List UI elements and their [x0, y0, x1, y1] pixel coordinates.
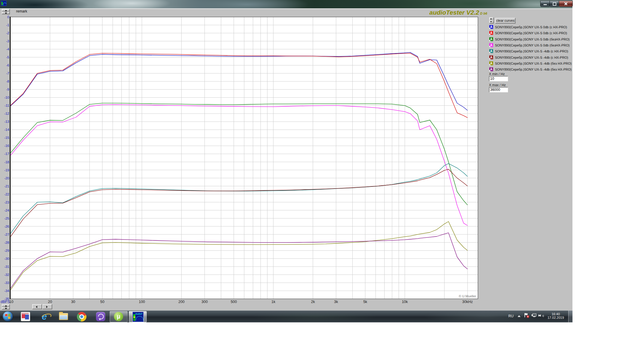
x-tick-label: 300 [202, 300, 208, 304]
x-scroll-spinner[interactable] [2, 304, 10, 309]
y-tick-label: -30 [4, 257, 9, 260]
x-tick-label: 100 [139, 300, 145, 304]
y-tick-label: -23 [4, 201, 9, 204]
copyright-note: © U.Mueller [459, 294, 476, 298]
y-tick-label: -15 [4, 136, 9, 139]
curve-color-icon: A [489, 55, 493, 59]
y-tick-label: -24 [4, 209, 9, 212]
scroll-left-button[interactable] [32, 304, 42, 309]
x-axis-ticks: dBFS102030501002003005001k2k3k5k10k30kHz [1, 300, 473, 304]
scroll-right-button[interactable] [42, 304, 52, 309]
y-tick-label: -11 [4, 104, 9, 107]
x-min-input[interactable]: 10 [489, 76, 508, 81]
y-tick-label: -18 [4, 160, 9, 164]
y-tick-label: -25 [4, 217, 9, 220]
y-tick-label: -6 [6, 63, 9, 67]
y-tick-label: -4 [6, 47, 10, 51]
viber-icon[interactable] [96, 312, 106, 321]
x-tick-label: 2k [311, 300, 315, 304]
tray-time: 16:40 [546, 312, 565, 316]
internet-explorer-icon[interactable]: e [41, 312, 51, 321]
x-tick-label: 30 [71, 300, 75, 304]
legend-label: SONY890(Серебр.)SONY UX-S -4db (с HX-PRO… [495, 49, 568, 53]
y-tick-label: -29 [4, 249, 9, 252]
x-tick-label: 3k [334, 300, 338, 304]
y-unit-label: dBFS [1, 300, 10, 304]
y-tick-label: -21 [4, 184, 9, 188]
legend-label: SONY890(Серебр.)SONY UX-S -4db (с HX-PRO… [495, 56, 568, 59]
y-tick-label: -12 [4, 112, 9, 115]
curve-color-icon: A [489, 37, 493, 41]
windows-flag-icon [5, 314, 7, 316]
curve-color-icon: A [489, 43, 493, 47]
action-center-flag-icon[interactable]: ✕ [524, 313, 529, 318]
legend-spinner[interactable] [489, 17, 493, 24]
tv-app-icon[interactable] [21, 312, 30, 321]
x-max-input[interactable]: 36000 [489, 87, 508, 92]
y-tick-label: -28 [4, 241, 9, 244]
x-tick-label: 30kHz [462, 300, 473, 304]
y-tick-label: -1 [6, 23, 9, 27]
y-tick-label: -16 [4, 144, 9, 147]
y-tick-label: -32 [4, 273, 9, 276]
tray-date: 17.02.2019 [546, 316, 565, 319]
tray-expand-icon[interactable] [518, 315, 521, 317]
y-tick-label: -5 [6, 55, 9, 59]
audiotester-icon: AudioT [132, 312, 144, 322]
y-tick-label: -33 [4, 281, 9, 285]
legend-label: SONY890(Серебр.)SONY UX-S -4db (без HX-P… [495, 68, 572, 71]
clear-curves-button[interactable]: clear curves [495, 18, 515, 24]
legend-label: SONY890(Серебр.)SONY UX-S 0db (безHX-PRO… [495, 38, 569, 41]
show-desktop-button[interactable] [568, 310, 573, 322]
speaker-icon[interactable] [538, 313, 544, 318]
right-arrow-icon [46, 306, 48, 308]
x-tick-label: 1k [271, 300, 275, 304]
start-button[interactable] [3, 311, 13, 321]
x-min-label: X min / Hz [489, 72, 505, 76]
y-tick-label: 0 [7, 15, 9, 19]
network-icon[interactable] [532, 313, 537, 318]
curve-color-icon: A [489, 49, 493, 53]
tray-clock[interactable]: 16:40 17.02.2019 [546, 312, 565, 319]
frequency-response-chart: 0-1-2-3-4-5-6-7-8-9-10-11-12-13-14-15-16… [0, 0, 572, 322]
y-tick-label: -13 [4, 120, 9, 123]
utorrent-icon: μ [114, 312, 123, 321]
y-tick-label: -31 [4, 265, 9, 268]
x-tick-label: 200 [178, 300, 185, 304]
legend: ASONY890(Серебр.)SONY UX-S 0db (с HX-PRO… [489, 24, 573, 75]
curve-color-icon: A [489, 67, 493, 71]
chrome-icon[interactable] [77, 312, 86, 321]
windows-explorer-icon[interactable] [59, 312, 68, 321]
audiotester-taskbar-button[interactable]: AudioT [129, 311, 147, 322]
x-tick-label: 500 [231, 300, 237, 304]
y-tick-label: -10 [4, 96, 9, 99]
y-tick-label: -9 [6, 88, 9, 91]
legend-label: SONY890(Серебр.)SONY UX-S -4db (без HX-P… [495, 62, 572, 65]
legend-label: SONY890(Серебр.)SONY UX-S 0db (с HX-PRO) [495, 31, 567, 35]
y-tick-label: -20 [4, 176, 9, 180]
y-tick-label: -3 [6, 39, 9, 43]
x-tick-label: 10 [9, 300, 13, 304]
y-tick-label: -27 [4, 233, 9, 236]
x-tick-label: 20 [48, 300, 52, 304]
x-tick-label: 10k [402, 300, 408, 304]
x-tick-label: 5k [363, 300, 367, 304]
y-tick-label: -7 [6, 72, 9, 75]
y-tick-label: -14 [4, 128, 9, 131]
legend-label: SONY890(Серебр.)SONY UX-S 0db (безHX-PRO… [495, 43, 569, 47]
legend-label: SONY890(Серебр.)SONY UX-S 0db (с HX-PRO) [495, 25, 567, 29]
y-tick-label: -2 [6, 31, 9, 35]
left-arrow-icon [36, 306, 37, 308]
language-indicator[interactable]: RU [508, 314, 513, 318]
curve-color-icon: A [489, 61, 493, 65]
screenshot-root: { "window": { "title": "audioTester V2.2… [0, 0, 644, 362]
y-tick-label: -19 [4, 168, 9, 172]
y-tick-label: -22 [4, 192, 9, 196]
y-tick-label: -17 [4, 152, 9, 156]
y-tick-label: -34 [4, 289, 9, 293]
curve-color-icon: A [489, 25, 493, 29]
y-axis-ticks: 0-1-2-3-4-5-6-7-8-9-10-11-12-13-14-15-16… [4, 15, 9, 301]
y-tick-label: -8 [6, 80, 9, 83]
utorrent-taskbar-button[interactable]: μ [110, 311, 128, 322]
x-tick-label: 50 [100, 300, 104, 304]
